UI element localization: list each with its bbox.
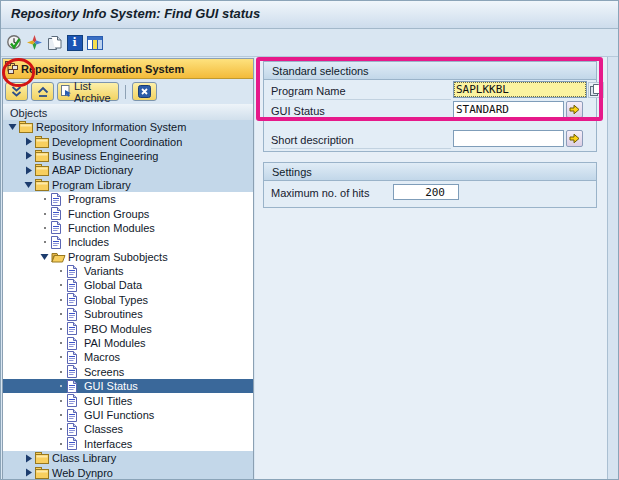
tree-item-function-modules[interactable]: Function Modules	[3, 221, 253, 235]
navigation-panel: Repository Information System	[2, 58, 254, 480]
bullet-icon	[54, 428, 67, 430]
tree-item-label: GUI Titles	[84, 395, 132, 407]
tree-item-business-engineering[interactable]: Business Engineering	[3, 149, 253, 163]
list-archive-label: List Archive	[74, 80, 115, 104]
tree-item-subroutines[interactable]: Subroutines	[3, 307, 253, 321]
list-archive-icon	[61, 85, 72, 99]
tree-item-label: PAI Modules	[84, 337, 146, 349]
tree-item-web-dynpro[interactable]: Web Dynpro	[3, 465, 253, 479]
tree-item-gui-status[interactable]: GUI Status	[3, 379, 253, 393]
tree-item-label: Global Types	[84, 294, 148, 306]
tree-item-global-types[interactable]: Global Types	[3, 293, 253, 307]
tree-item-development-coordination[interactable]: Development Coordination	[3, 134, 253, 148]
tree-item-gui-functions[interactable]: GUI Functions	[3, 408, 253, 422]
chevron-up-icon[interactable]	[31, 82, 54, 101]
group-title: Standard selections	[264, 62, 596, 80]
document-icon	[67, 394, 84, 407]
panel-toolbar: List Archive	[3, 79, 253, 104]
collapse-arrow-icon[interactable]	[6, 123, 19, 131]
object-tree: Repository Information SystemDevelopment…	[3, 120, 253, 480]
short-description-input[interactable]	[453, 130, 564, 147]
short-description-label: Short description	[271, 134, 354, 146]
tree-item-label: Class Library	[52, 452, 116, 464]
program-name-label: Program Name	[271, 85, 346, 97]
tree-item-label: Global Data	[84, 279, 142, 291]
bullet-icon	[38, 227, 51, 229]
table-icon[interactable]	[85, 33, 104, 52]
copy-page-icon[interactable]	[45, 33, 64, 52]
bullet-icon	[54, 313, 67, 315]
document-icon	[51, 207, 68, 220]
multiple-selection-arrow-icon[interactable]	[566, 130, 583, 147]
tree-item-macros[interactable]: Macros	[3, 350, 253, 364]
folder-closed-icon	[35, 452, 52, 464]
bullet-icon	[54, 385, 67, 387]
document-icon	[51, 221, 68, 234]
collapse-arrow-icon[interactable]	[38, 253, 51, 261]
expand-arrow-icon[interactable]	[22, 151, 35, 160]
tree-item-interfaces[interactable]: Interfaces	[3, 437, 253, 451]
tree-item-label: Macros	[84, 351, 120, 363]
tree-item-program-subobjects[interactable]: Program Subobjects	[3, 250, 253, 264]
tree-item-class-library[interactable]: Class Library	[3, 451, 253, 465]
tree-item-label: Development Coordination	[52, 136, 182, 148]
bullet-icon	[54, 284, 67, 286]
bullet-icon	[38, 241, 51, 243]
tree-item-screens[interactable]: Screens	[3, 365, 253, 379]
folder-closed-icon	[35, 136, 52, 148]
tree-item-label: Subroutines	[84, 308, 143, 320]
bullet-icon	[54, 414, 67, 416]
tree-item-pai-modules[interactable]: PAI Modules	[3, 336, 253, 350]
document-icon	[67, 337, 84, 350]
tree-item-pbo-modules[interactable]: PBO Modules	[3, 321, 253, 335]
document-icon	[51, 236, 68, 249]
tree-item-classes[interactable]: Classes	[3, 422, 253, 436]
window-edge-strip	[607, 57, 619, 480]
expand-arrow-icon[interactable]	[22, 166, 35, 175]
tree-item-program-library[interactable]: Program Library	[3, 178, 253, 192]
info-icon[interactable]: i	[65, 33, 84, 52]
execute-icon[interactable]	[5, 33, 24, 52]
max-hits-input[interactable]	[393, 184, 459, 200]
copy-value-icon[interactable]	[588, 82, 604, 98]
close-x-icon[interactable]	[132, 82, 157, 101]
bullet-icon	[54, 299, 67, 301]
tree-item-abap-dictionary[interactable]: ABAP Dictionary	[3, 163, 253, 177]
tree-item-label: Function Groups	[68, 208, 149, 220]
expand-arrow-icon[interactable]	[22, 468, 35, 477]
sap-window: Repository Info System: Find GUI status	[0, 0, 619, 480]
document-icon	[67, 351, 84, 364]
tree-item-global-data[interactable]: Global Data	[3, 278, 253, 292]
expand-arrow-icon[interactable]	[22, 454, 35, 463]
tree-item-function-groups[interactable]: Function Groups	[3, 206, 253, 220]
double-chevron-down-icon[interactable]	[5, 82, 28, 101]
gui-status-input[interactable]	[453, 101, 564, 118]
document-icon	[67, 265, 84, 278]
tree-item-label: Screens	[84, 366, 124, 378]
list-archive-button[interactable]: List Archive	[57, 82, 119, 101]
tree-item-gui-titles[interactable]: GUI Titles	[3, 393, 253, 407]
tree-item-includes[interactable]: Includes	[3, 235, 253, 249]
collapse-arrow-icon[interactable]	[22, 181, 35, 189]
document-icon	[67, 380, 84, 393]
document-icon	[51, 193, 68, 206]
expand-arrow-icon[interactable]	[22, 137, 35, 146]
multiple-selection-arrow-icon[interactable]	[566, 101, 583, 118]
tree-item-variants[interactable]: Variants	[3, 264, 253, 278]
tree-item-label: Interfaces	[84, 438, 132, 450]
folder-closed-icon	[35, 467, 52, 479]
tree-item-programs[interactable]: Programs	[3, 192, 253, 206]
tree-item-repository-information-system[interactable]: Repository Information System	[3, 120, 253, 134]
get-variant-icon[interactable]	[25, 33, 44, 52]
document-icon	[67, 308, 84, 321]
bullet-icon	[54, 400, 67, 402]
bullet-icon	[54, 371, 67, 373]
program-name-input[interactable]	[453, 81, 587, 98]
bullet-icon	[54, 342, 67, 344]
tree-item-label: Program Subobjects	[68, 251, 168, 263]
tree-item-label: Web Dynpro	[52, 467, 113, 479]
max-hits-label: Maximum no. of hits	[271, 187, 369, 199]
group-title: Settings	[264, 163, 596, 181]
document-icon	[67, 437, 84, 450]
page-title: Repository Info System: Find GUI status	[11, 6, 260, 21]
